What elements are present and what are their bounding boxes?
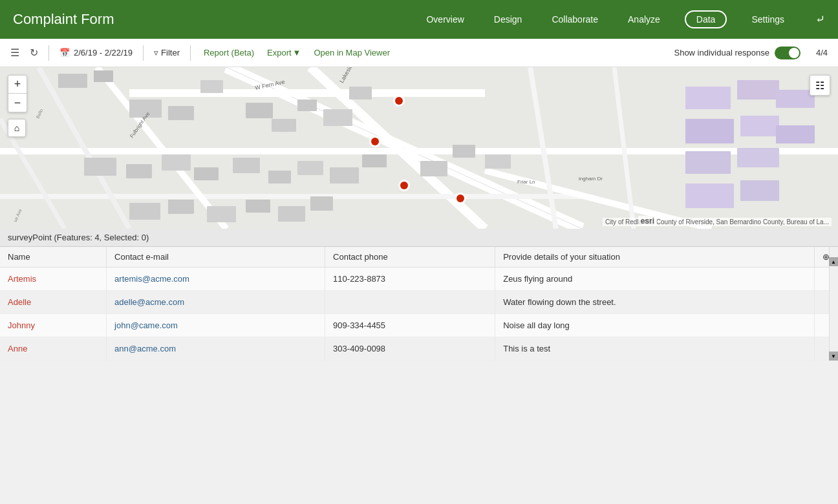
svg-rect-38 xyxy=(246,200,270,213)
table-header-row: Name Contact e-mail Contact phone Provid… xyxy=(0,247,838,268)
map-home-button[interactable]: ⌂ xyxy=(8,119,26,137)
cell-details: This is a test xyxy=(495,337,815,361)
scroll-track: ▲ ▼ xyxy=(829,247,838,361)
table-wrapper: Name Contact e-mail Contact phone Provid… xyxy=(0,247,838,361)
svg-rect-23 xyxy=(84,158,116,176)
table-row[interactable]: Adelle adelle@acme.com Water flowing dow… xyxy=(0,291,838,314)
col-details: Provide details of your situation xyxy=(495,247,815,268)
nav-collaborate[interactable]: Collaborate xyxy=(546,12,603,27)
esri-logo: esri xyxy=(638,216,657,226)
col-name: Name xyxy=(0,247,107,268)
svg-text:Friar Ln: Friar Ln xyxy=(517,179,535,185)
svg-rect-42 xyxy=(737,80,779,100)
cell-name: Anne xyxy=(0,337,107,361)
svg-rect-20 xyxy=(297,100,317,111)
svg-text:ingham Dr: ingham Dr xyxy=(579,176,603,182)
svg-rect-33 xyxy=(453,145,475,158)
svg-point-62 xyxy=(371,138,379,145)
report-button[interactable]: Report (Beta) xyxy=(201,48,257,58)
map-area[interactable]: W Fern Ave Lakeside Ave Fulbright Ave Be… xyxy=(0,67,838,229)
toolbar-divider-1 xyxy=(48,45,49,61)
svg-rect-28 xyxy=(268,171,291,184)
share-icon[interactable]: ⤶ xyxy=(815,12,825,26)
svg-rect-19 xyxy=(272,119,296,132)
svg-rect-17 xyxy=(200,80,223,93)
main-nav: Overview Design Collaborate Analyze Data… xyxy=(421,10,825,28)
filter-button[interactable]: ▿ Filter xyxy=(154,48,180,58)
svg-rect-13 xyxy=(58,74,87,88)
svg-rect-45 xyxy=(740,116,779,136)
cell-details: Noise all day long xyxy=(495,314,815,337)
table-row[interactable]: Johnny john@came.com 909-334-4455 Noise … xyxy=(0,314,838,337)
data-table: Name Contact e-mail Contact phone Provid… xyxy=(0,247,838,361)
toolbar: ☰ ↻ 📅 2/6/19 - 2/22/19 ▿ Filter Report (… xyxy=(0,39,838,67)
date-range-label[interactable]: 2/6/19 - 2/22/19 xyxy=(74,48,133,58)
export-button[interactable]: Export ▼ xyxy=(267,48,301,58)
zoom-in-button[interactable]: + xyxy=(8,76,27,94)
nav-analyze[interactable]: Analyze xyxy=(623,12,665,27)
nav-design[interactable]: Design xyxy=(489,12,528,27)
svg-rect-18 xyxy=(246,103,273,118)
zoom-out-button[interactable]: − xyxy=(8,94,27,112)
svg-rect-27 xyxy=(233,158,260,173)
cell-name: Adelle xyxy=(0,291,107,314)
export-label[interactable]: Export xyxy=(267,48,292,58)
map-layer-button[interactable]: ☷ xyxy=(810,75,830,96)
data-table-container: surveyPoint (Features: 4, Selected: 0) N… xyxy=(0,229,838,361)
svg-point-60 xyxy=(395,97,403,105)
response-count: 4/4 xyxy=(816,48,828,58)
cell-email: ann@acme.com xyxy=(107,337,325,361)
svg-point-66 xyxy=(457,194,464,202)
map-viewer-button[interactable]: Open in Map Viewer xyxy=(311,48,392,58)
svg-rect-14 xyxy=(94,70,113,82)
svg-rect-30 xyxy=(330,167,359,184)
nav-overview[interactable]: Overview xyxy=(421,12,469,27)
svg-rect-39 xyxy=(278,206,305,222)
svg-rect-32 xyxy=(420,161,447,176)
menu-icon[interactable]: ☰ xyxy=(10,47,19,59)
scroll-down-button[interactable]: ▼ xyxy=(829,352,838,361)
nav-settings[interactable]: Settings xyxy=(746,12,790,27)
table-row[interactable]: Anne ann@acme.com 303-409-0098 This is a… xyxy=(0,337,838,361)
export-chevron-icon: ▼ xyxy=(293,48,301,58)
col-email: Contact e-mail xyxy=(107,247,325,268)
svg-rect-47 xyxy=(737,148,779,167)
nav-data[interactable]: Data xyxy=(685,10,727,28)
svg-rect-36 xyxy=(168,200,194,214)
toolbar-divider-3 xyxy=(190,45,191,61)
app-header: Complaint Form Overview Design Collabora… xyxy=(0,0,838,39)
show-response-control: Show individual response 4/4 xyxy=(674,47,828,59)
svg-rect-44 xyxy=(685,119,734,143)
show-response-toggle[interactable] xyxy=(775,47,800,59)
svg-rect-24 xyxy=(126,164,152,178)
app-title: Complaint Form xyxy=(13,11,114,28)
date-range-selector[interactable]: 📅 2/6/19 - 2/22/19 xyxy=(59,48,133,58)
svg-rect-46 xyxy=(685,151,731,174)
map-attribution: City of Redlands, County of Riverside, S… xyxy=(603,218,832,226)
svg-rect-48 xyxy=(776,125,815,143)
svg-rect-50 xyxy=(740,180,779,201)
scroll-up-button[interactable]: ▲ xyxy=(829,257,838,266)
cell-name: Artemis xyxy=(0,268,107,291)
svg-rect-49 xyxy=(685,184,734,208)
map-svg: W Fern Ave Lakeside Ave Fulbright Ave Be… xyxy=(0,67,838,229)
svg-rect-29 xyxy=(297,161,323,175)
cell-details: Zeus flying around xyxy=(495,268,815,291)
cell-details: Water flowing down the street. xyxy=(495,291,815,314)
refresh-icon[interactable]: ↻ xyxy=(30,47,38,59)
svg-rect-21 xyxy=(323,109,352,126)
toolbar-divider-2 xyxy=(143,45,144,61)
table-row[interactable]: Artemis artemis@acme.com 110-223-8873 Ze… xyxy=(0,268,838,291)
table-subtitle: surveyPoint (Features: 4, Selected: 0) xyxy=(0,229,838,247)
svg-rect-40 xyxy=(310,196,333,211)
cell-email: artemis@acme.com xyxy=(107,268,325,291)
calendar-icon: 📅 xyxy=(59,48,70,58)
cell-phone: 110-223-8873 xyxy=(325,268,495,291)
svg-rect-31 xyxy=(362,154,387,167)
svg-rect-37 xyxy=(207,206,236,222)
filter-label[interactable]: Filter xyxy=(161,48,180,58)
svg-rect-34 xyxy=(485,154,511,169)
cell-email: adelle@acme.com xyxy=(107,291,325,314)
svg-rect-43 xyxy=(776,90,815,108)
svg-rect-41 xyxy=(685,87,731,109)
